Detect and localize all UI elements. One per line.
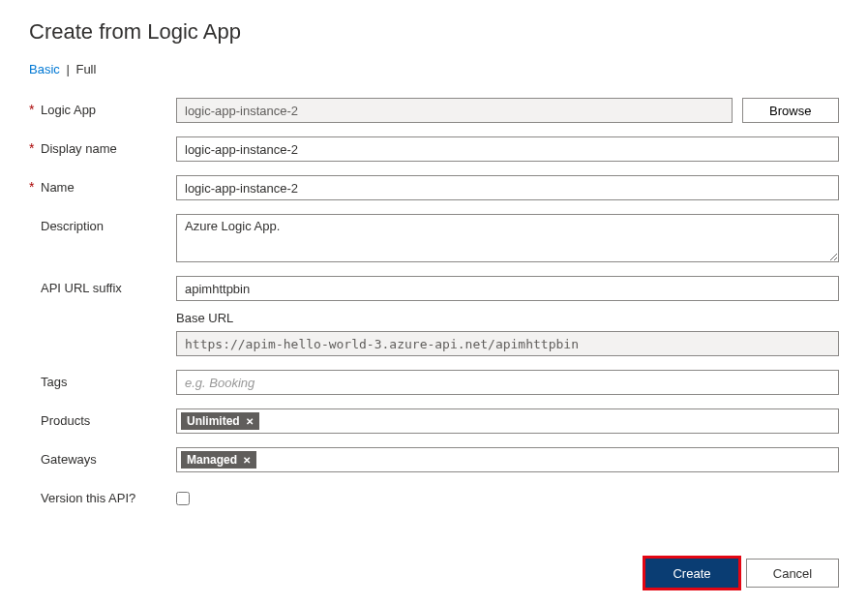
tab-separator: |	[66, 62, 69, 76]
gateways-input[interactable]: Managed ✕	[176, 447, 839, 472]
page-title: Create from Logic App	[29, 19, 839, 45]
base-url-input	[176, 331, 839, 356]
label-version: Version this API?	[41, 486, 176, 505]
required-indicator: *	[29, 175, 41, 198]
row-description: Description Azure Logic App.	[29, 214, 839, 262]
close-icon[interactable]: ✕	[243, 455, 251, 466]
row-api-suffix: API URL suffix Base URL	[29, 276, 839, 356]
close-icon[interactable]: ✕	[246, 416, 254, 427]
row-name: * Name	[29, 175, 839, 200]
tags-placeholder: e.g. Booking	[181, 376, 258, 390]
footer: Create Cancel	[29, 559, 839, 588]
label-logic-app: Logic App	[41, 98, 176, 117]
row-gateways: Gateways Managed ✕	[29, 447, 839, 472]
required-indicator: *	[29, 136, 41, 160]
row-display-name: * Display name	[29, 136, 839, 162]
chip-label: Managed	[187, 453, 237, 467]
version-checkbox[interactable]	[176, 492, 190, 505]
product-chip-unlimited: Unlimited ✕	[181, 412, 259, 430]
row-version: Version this API?	[29, 486, 839, 505]
label-base-url: Base URL	[176, 311, 839, 325]
label-products: Products	[41, 408, 176, 428]
browse-button[interactable]: Browse	[742, 98, 839, 123]
row-logic-app: * Logic App Browse	[29, 98, 839, 123]
label-display-name: Display name	[41, 136, 176, 156]
required-indicator: *	[29, 98, 41, 121]
row-tags: Tags e.g. Booking	[29, 370, 839, 395]
tags-input[interactable]: e.g. Booking	[176, 370, 839, 395]
label-gateways: Gateways	[41, 447, 176, 467]
tab-full[interactable]: Full	[75, 62, 96, 76]
products-input[interactable]: Unlimited ✕	[176, 408, 839, 434]
create-button[interactable]: Create	[645, 559, 738, 588]
label-description: Description	[41, 214, 176, 233]
cancel-button[interactable]: Cancel	[746, 559, 839, 588]
label-api-suffix: API URL suffix	[41, 276, 176, 295]
chip-label: Unlimited	[187, 414, 240, 428]
logic-app-input[interactable]	[176, 98, 733, 123]
label-tags: Tags	[41, 370, 176, 389]
tab-row: Basic | Full	[29, 62, 839, 76]
tab-basic[interactable]: Basic	[29, 62, 60, 76]
label-name: Name	[41, 175, 176, 195]
row-products: Products Unlimited ✕	[29, 408, 839, 434]
description-input[interactable]: Azure Logic App.	[176, 214, 839, 262]
display-name-input[interactable]	[176, 136, 839, 162]
api-suffix-input[interactable]	[176, 276, 839, 301]
gateway-chip-managed: Managed ✕	[181, 451, 256, 469]
name-input[interactable]	[176, 175, 839, 200]
